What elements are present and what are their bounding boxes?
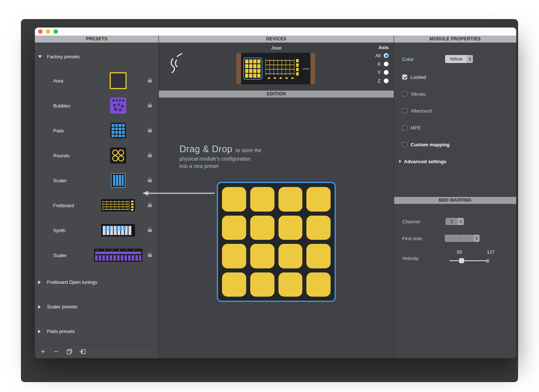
device-pads-module[interactable] xyxy=(243,58,262,80)
add-preset-button[interactable]: + xyxy=(38,347,48,356)
rounds-preset-icon xyxy=(110,147,126,164)
axis-radio-y[interactable] xyxy=(384,70,389,75)
joue-device-image[interactable]: Joué xyxy=(236,53,315,84)
drag-drop-hint: Drag & Dropto store the physical module'… xyxy=(179,145,262,170)
import-preset-button[interactable] xyxy=(77,347,88,356)
midi-mapping-body: Channel 1 First note - Velocity 50 xyxy=(394,204,516,358)
duplicate-preset-button[interactable] xyxy=(64,347,74,356)
lock-icon xyxy=(148,129,152,132)
first-note-stepper[interactable]: - xyxy=(445,235,480,242)
locked-checkbox[interactable] xyxy=(402,74,407,80)
zoom-button[interactable] xyxy=(54,29,58,34)
vibrato-checkbox-row[interactable]: Vibrato xyxy=(394,85,516,102)
chevron-right-icon xyxy=(38,330,41,333)
slider-track[interactable] xyxy=(449,260,489,261)
center-panel: DEVICES Joue xyxy=(159,36,394,358)
group-scaler-presets[interactable]: Scaler presets xyxy=(35,294,159,319)
pad[interactable] xyxy=(306,216,331,240)
mpe-checkbox-row[interactable]: MPE xyxy=(394,119,516,136)
axis-option-all: All xyxy=(373,51,389,60)
axis-radio-x[interactable] xyxy=(384,62,389,66)
edition-header: EDITION xyxy=(159,91,394,98)
channel-stepper[interactable]: 1 xyxy=(445,218,464,225)
pad[interactable] xyxy=(306,272,331,297)
device-fretboard-module[interactable] xyxy=(265,57,300,80)
grid-cell xyxy=(122,124,125,127)
remove-preset-button[interactable]: − xyxy=(51,347,61,356)
synth-preset-icon xyxy=(101,224,135,237)
preset-label: Scaler xyxy=(53,178,67,183)
aftertouch-checkbox[interactable] xyxy=(402,108,407,113)
vibrato-checkbox[interactable] xyxy=(402,91,407,96)
color-select[interactable]: Yellow xyxy=(445,55,473,63)
app-body: PRESETS Factory presets Area Bubbles xyxy=(35,36,516,358)
preset-label: Fretboard xyxy=(53,203,74,208)
advanced-settings-label: Advanced settings xyxy=(404,159,447,164)
module-pads-grid[interactable] xyxy=(217,182,336,302)
preset-label: Scaler xyxy=(53,253,67,258)
preset-row-area[interactable]: Area xyxy=(35,68,159,93)
pad[interactable] xyxy=(278,187,303,212)
preset-row-fretboard[interactable]: Fretboard xyxy=(35,193,159,218)
axis-option-x: X xyxy=(373,60,389,68)
aftertouch-checkbox-row[interactable]: Aftertouch xyxy=(394,102,516,119)
device-surface: Joué xyxy=(241,53,310,84)
pad[interactable] xyxy=(250,244,274,268)
custom-mapping-checkbox[interactable] xyxy=(402,142,407,147)
hint-line: into a new preset xyxy=(179,162,262,170)
group-pads-presets[interactable]: Pads presets xyxy=(35,319,159,344)
axis-radio-z[interactable] xyxy=(384,78,389,83)
pad[interactable] xyxy=(278,244,303,268)
velocity-slider-max-handle[interactable] xyxy=(486,259,489,263)
grid-cell xyxy=(119,135,121,138)
channel-label: Channel xyxy=(402,219,420,224)
pad[interactable] xyxy=(250,272,274,297)
locked-checkbox-row[interactable]: Locked xyxy=(394,69,516,85)
custom-mapping-checkbox-row[interactable]: Custom mapping xyxy=(394,136,516,153)
pad[interactable] xyxy=(250,187,274,212)
preset-row-scaler[interactable]: Scaler xyxy=(35,168,159,193)
grid-cell xyxy=(122,131,125,134)
lock-icon xyxy=(148,179,152,182)
minimize-button[interactable] xyxy=(46,29,50,34)
pad[interactable] xyxy=(222,187,246,212)
checkbox-label: Custom mapping xyxy=(411,142,449,147)
pad[interactable] xyxy=(250,216,274,240)
grid-cell xyxy=(257,74,261,78)
module-properties-body: Color Yellow Locked Vibrato Afterto xyxy=(394,43,516,197)
pad[interactable] xyxy=(278,272,303,297)
preset-row-scaler-keys[interactable]: Scaler xyxy=(35,243,159,268)
preset-row-rounds[interactable]: Rounds xyxy=(35,143,159,168)
mpe-checkbox[interactable] xyxy=(402,125,407,130)
axis-radio-all[interactable] xyxy=(384,53,389,58)
stepper-arrows-icon[interactable] xyxy=(474,235,480,242)
preset-row-bubbles[interactable]: Bubbles xyxy=(35,93,159,118)
pad[interactable] xyxy=(222,272,246,297)
velocity-slider-min-handle[interactable] xyxy=(459,258,464,263)
factory-presets-toggle[interactable]: Factory presets xyxy=(35,50,159,63)
checkbox-label: Aftertouch xyxy=(411,108,432,114)
advanced-settings-toggle[interactable]: Advanced settings xyxy=(394,153,516,170)
preset-list: Area Bubbles xyxy=(35,68,159,268)
grid-cell xyxy=(253,69,256,73)
velocity-slider[interactable] xyxy=(449,258,489,264)
axis-option-label: Z xyxy=(378,78,380,84)
grid-cell xyxy=(115,135,118,138)
presets-toolbar: + − xyxy=(35,345,159,358)
color-select-value: Yellow xyxy=(445,56,467,62)
duplicate-icon xyxy=(66,348,73,355)
pad[interactable] xyxy=(306,244,331,268)
preset-row-synth[interactable]: Synth xyxy=(35,218,159,243)
grid-cell xyxy=(119,128,121,131)
stepper-arrows-icon[interactable] xyxy=(458,218,464,225)
grid-cell xyxy=(122,135,125,138)
close-button[interactable] xyxy=(38,29,43,34)
pad[interactable] xyxy=(222,244,246,268)
pad[interactable] xyxy=(278,216,303,240)
preset-row-pads[interactable]: Pads xyxy=(35,118,159,143)
color-row: Color Yellow xyxy=(394,55,516,64)
pad[interactable] xyxy=(306,187,331,212)
grid-cell xyxy=(112,135,114,138)
pad[interactable] xyxy=(222,216,246,240)
group-fretboard-open-tunings[interactable]: Fretboard Open tunings xyxy=(35,270,159,294)
